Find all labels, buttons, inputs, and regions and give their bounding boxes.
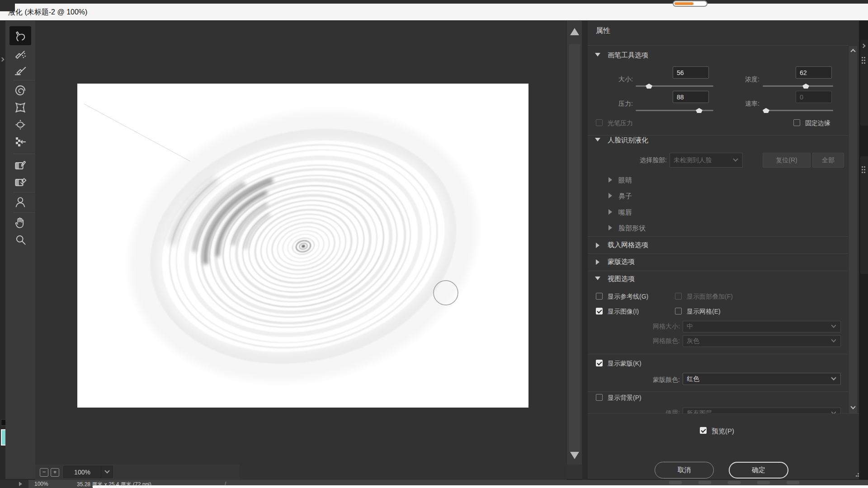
divider: [588, 236, 848, 237]
density-input[interactable]: 62: [796, 66, 832, 79]
section-load-mesh[interactable]: 载入网格选项: [608, 241, 648, 249]
tool-hand[interactable]: [11, 214, 29, 230]
size-slider-thumb[interactable]: [646, 84, 652, 89]
tool-zoom[interactable]: [11, 231, 29, 248]
tool-forward-warp[interactable]: [11, 28, 29, 44]
panel-grip-icon[interactable]: [864, 172, 865, 173]
mask-color-label: 蒙版颜色:: [635, 376, 680, 384]
panel-scrollbar[interactable]: [849, 46, 857, 413]
panel-grip-icon[interactable]: [862, 60, 863, 61]
show-backdrop-checkbox[interactable]: [596, 394, 603, 401]
tool-smooth[interactable]: [11, 61, 29, 78]
triangle-down-icon[interactable]: [595, 53, 600, 56]
mesh-size-dropdown[interactable]: 中: [683, 321, 841, 333]
panel-grip-icon[interactable]: [862, 169, 863, 170]
canvas-vscrollbar[interactable]: [566, 21, 582, 465]
panel-grip-icon[interactable]: [864, 62, 865, 64]
pressure-slider[interactable]: [636, 107, 713, 113]
triangle-down-icon[interactable]: [595, 277, 600, 280]
triangle-right-icon[interactable]: [609, 193, 612, 198]
panel-grip-icon[interactable]: [862, 57, 863, 58]
pressure-input[interactable]: 88: [673, 91, 709, 103]
divider: [588, 391, 848, 392]
triangle-right-icon[interactable]: [609, 225, 612, 230]
size-input[interactable]: 56: [673, 66, 709, 79]
canvas-vscrollbar-thumb[interactable]: [569, 44, 580, 452]
panel-footer-divider: [588, 413, 859, 414]
panel-grip-icon[interactable]: [864, 166, 865, 168]
section-brush-options[interactable]: 画笔工具选项: [608, 51, 648, 60]
section-mask-options[interactable]: 蒙版选项: [608, 258, 635, 266]
size-slider[interactable]: [636, 83, 713, 89]
density-slider-track[interactable]: [763, 85, 833, 87]
tool-twirl-clockwise[interactable]: [11, 82, 29, 99]
pressure-label: 压力:: [597, 100, 633, 108]
cancel-button[interactable]: 取消: [655, 462, 714, 479]
face-item-eyes[interactable]: 眼睛: [618, 176, 632, 185]
select-face-dropdown[interactable]: 未检测到人脸: [670, 153, 743, 168]
pin-edges-checkbox[interactable]: [793, 119, 800, 126]
face-item-face-shape[interactable]: 脸部形状: [618, 224, 646, 233]
section-face-liquify[interactable]: 人脸识别液化: [608, 136, 648, 145]
triangle-right-icon[interactable]: [609, 177, 612, 183]
use-dropdown[interactable]: 所有图层: [683, 408, 841, 413]
tool-bloat[interactable]: [11, 117, 29, 133]
triangle-right-icon[interactable]: [596, 259, 599, 265]
pressure-slider-thumb[interactable]: [696, 108, 703, 113]
zoom-level-value: 100%: [64, 469, 101, 476]
tool-thaw-mask[interactable]: [11, 174, 29, 190]
face-all-button[interactable]: 全部: [812, 153, 844, 168]
mask-color-dropdown[interactable]: 红色: [683, 373, 841, 385]
rate-input[interactable]: 0: [796, 91, 832, 103]
zoom-out-button[interactable]: −: [40, 468, 48, 477]
panel-grip-icon[interactable]: [862, 172, 863, 173]
tool-face[interactable]: [11, 194, 29, 210]
stylus-pressure-checkbox[interactable]: [596, 119, 603, 126]
show-guides-checkbox[interactable]: [596, 293, 603, 300]
show-image-checkbox[interactable]: [596, 308, 603, 314]
panel-grip-icon[interactable]: [864, 169, 865, 170]
face-item-nose[interactable]: 鼻子: [618, 192, 632, 201]
scroll-down-icon[interactable]: [570, 452, 579, 459]
pin-edges-label: 固定边缘: [805, 119, 830, 127]
show-mesh-checkbox[interactable]: [675, 308, 682, 314]
density-slider[interactable]: [763, 83, 833, 89]
resize-grip-icon[interactable]: [856, 471, 857, 473]
rate-slider-track[interactable]: [763, 110, 833, 111]
status-zoom-level[interactable]: 100%: [34, 481, 48, 487]
tool-freeze-mask[interactable]: [11, 157, 29, 173]
show-face-overlay-checkbox[interactable]: [675, 293, 682, 300]
ripple-image: [77, 84, 528, 408]
density-slider-thumb[interactable]: [802, 84, 809, 89]
section-view-options[interactable]: 视图选项: [608, 275, 635, 283]
ok-button[interactable]: 确定: [729, 462, 788, 479]
show-backdrop-label: 显示背景(P): [608, 394, 642, 402]
panel-grip-icon[interactable]: [862, 62, 863, 64]
zoom-level-dropdown[interactable]: 100%: [63, 466, 113, 478]
panel-grip-icon[interactable]: [862, 166, 863, 168]
rate-slider[interactable]: [763, 107, 833, 113]
triangle-down-icon[interactable]: [595, 138, 600, 141]
rate-slider-thumb[interactable]: [763, 108, 769, 113]
resize-grip-icon[interactable]: [856, 475, 857, 477]
use-label: 使用:: [635, 409, 680, 413]
show-mask-checkbox[interactable]: [596, 360, 603, 366]
triangle-right-icon[interactable]: [596, 243, 599, 248]
face-reset-button[interactable]: 复位(R): [763, 153, 811, 168]
use-value: 所有图层: [687, 409, 712, 413]
zoom-in-button[interactable]: +: [51, 468, 59, 477]
density-value: 62: [800, 69, 807, 76]
face-item-mouth[interactable]: 嘴唇: [618, 208, 632, 217]
panel-grip-icon[interactable]: [864, 60, 865, 61]
panel-grip-icon[interactable]: [864, 57, 865, 58]
triangle-right-icon[interactable]: [609, 209, 612, 215]
preview-checkbox[interactable]: [700, 427, 707, 434]
tool-reconstruct[interactable]: [11, 44, 29, 61]
show-mask-label: 显示蒙版(K): [608, 360, 642, 368]
tool-pucker[interactable]: [11, 99, 29, 116]
right-edge-strip: [859, 21, 868, 480]
scroll-up-icon[interactable]: [570, 28, 579, 35]
document-canvas[interactable]: [77, 84, 528, 408]
tool-push-left[interactable]: [11, 134, 29, 150]
mesh-color-dropdown[interactable]: 灰色: [683, 335, 841, 347]
